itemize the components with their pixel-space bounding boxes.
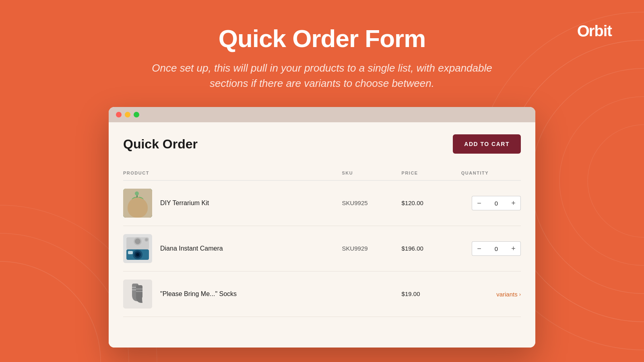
order-table: PRODUCT SKU PRICE QUANTITY bbox=[123, 166, 521, 317]
svg-point-12 bbox=[132, 200, 137, 205]
browser-dot-red bbox=[116, 112, 122, 117]
product-cell-1: DIY Terrarium Kit bbox=[123, 181, 342, 226]
product-image-terrarium bbox=[123, 189, 152, 218]
page-subtitle: Once set up, this will pull in your prod… bbox=[141, 61, 503, 91]
decrement-button-2[interactable]: − bbox=[472, 241, 486, 256]
price-text-2: $196.00 bbox=[402, 245, 423, 252]
table-row: "Please Bring Me..." Socks $19.00 varian… bbox=[123, 272, 521, 317]
price-cell-3: $19.00 bbox=[402, 272, 461, 317]
quantity-cell-3: variants › bbox=[461, 272, 521, 317]
increment-button-1[interactable]: + bbox=[506, 196, 521, 210]
browser-titlebar bbox=[109, 107, 535, 122]
browser-dot-yellow bbox=[125, 112, 130, 117]
svg-rect-36 bbox=[136, 291, 142, 292]
variants-label: variants bbox=[496, 291, 518, 298]
sku-cell-2: SKU9929 bbox=[342, 226, 401, 272]
decrement-button-1[interactable]: − bbox=[472, 196, 486, 210]
svg-point-29 bbox=[145, 239, 148, 241]
browser-window: Quick Order ADD TO CART PRODUCT SKU PRIC… bbox=[109, 107, 535, 348]
increment-button-2[interactable]: + bbox=[506, 241, 521, 256]
col-header-price: PRICE bbox=[402, 166, 461, 181]
table-body: DIY Terrarium Kit SKU9925 $120.00 − bbox=[123, 181, 521, 317]
svg-point-13 bbox=[138, 200, 144, 205]
price-text-3: $19.00 bbox=[402, 290, 420, 297]
table-row: Diana Instant Camera SKU9929 $196.00 − bbox=[123, 226, 521, 272]
chevron-right-icon: › bbox=[519, 291, 521, 297]
variants-link[interactable]: variants › bbox=[461, 291, 521, 298]
col-header-quantity: QUANTITY bbox=[461, 166, 521, 181]
quantity-stepper-1: − + bbox=[461, 196, 521, 210]
sku-cell-3 bbox=[342, 272, 401, 317]
product-name-1: DIY Terrarium Kit bbox=[160, 200, 209, 207]
order-title: Quick Order bbox=[123, 137, 198, 152]
product-image-socks bbox=[123, 280, 152, 309]
svg-rect-10 bbox=[132, 206, 143, 212]
sku-text-2: SKU9929 bbox=[342, 245, 367, 252]
svg-point-18 bbox=[135, 191, 139, 195]
table-row: DIY Terrarium Kit SKU9925 $120.00 − bbox=[123, 181, 521, 226]
add-to-cart-button[interactable]: ADD TO CART bbox=[453, 134, 521, 154]
order-header: Quick Order ADD TO CART bbox=[123, 134, 521, 154]
quantity-input-1[interactable] bbox=[486, 196, 506, 210]
quantity-cell-1: − + bbox=[461, 181, 521, 226]
product-image-camera bbox=[123, 234, 152, 263]
browser-content: Quick Order ADD TO CART PRODUCT SKU PRIC… bbox=[109, 122, 535, 348]
product-name-2: Diana Instant Camera bbox=[160, 245, 223, 252]
svg-point-22 bbox=[135, 239, 140, 244]
quantity-input-2[interactable] bbox=[486, 241, 506, 256]
svg-rect-27 bbox=[128, 251, 133, 254]
product-name-3: "Please Bring Me..." Socks bbox=[160, 290, 237, 298]
sku-cell-1: SKU9925 bbox=[342, 181, 401, 226]
svg-point-11 bbox=[134, 200, 142, 208]
brand-logo-text: O rbit bbox=[577, 22, 612, 40]
col-header-sku: SKU bbox=[342, 166, 401, 181]
product-cell-3: "Please Bring Me..." Socks bbox=[123, 272, 342, 317]
quantity-cell-2: − + bbox=[461, 226, 521, 272]
svg-point-9 bbox=[130, 208, 145, 214]
page-title: Quick Order Form bbox=[219, 24, 426, 53]
product-cell-2: Diana Instant Camera bbox=[123, 226, 342, 272]
col-header-product: PRODUCT bbox=[123, 166, 342, 181]
browser-dot-green bbox=[134, 112, 139, 117]
svg-point-26 bbox=[136, 253, 139, 256]
price-text-1: $120.00 bbox=[402, 200, 423, 206]
svg-rect-14 bbox=[137, 200, 138, 206]
svg-rect-35 bbox=[136, 288, 142, 290]
content-wrapper: Quick Order Form Once set up, this will … bbox=[0, 0, 644, 348]
brand-logo: O rbit bbox=[577, 22, 612, 40]
price-cell-2: $196.00 bbox=[402, 226, 461, 272]
sku-text-1: SKU9925 bbox=[342, 200, 367, 206]
quantity-stepper-2: − + bbox=[461, 241, 521, 256]
price-cell-1: $120.00 bbox=[402, 181, 461, 226]
table-header: PRODUCT SKU PRICE QUANTITY bbox=[123, 166, 521, 181]
